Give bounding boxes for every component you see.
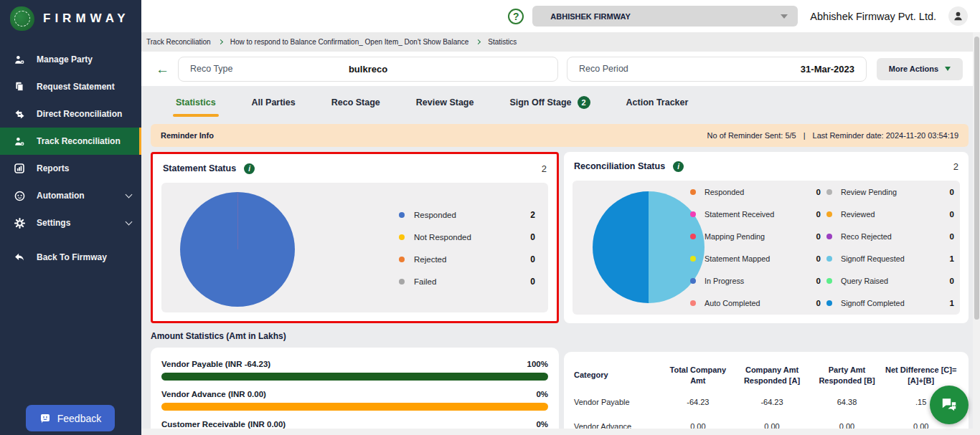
tab-all-parties[interactable]: All Parties: [252, 97, 296, 107]
amount-bar-group: Vendor Payable (INR -64.23)100%: [161, 360, 548, 381]
tab-label: Statistics: [176, 97, 216, 107]
tab-label: Review Stage: [416, 97, 474, 107]
back-arrow-icon: [13, 251, 26, 264]
reconciliation-status-title: Reconciliation Status: [574, 161, 665, 171]
avatar[interactable]: [948, 6, 968, 26]
tab-review-stage[interactable]: Review Stage: [416, 97, 474, 107]
table-cell: 0.00: [811, 422, 884, 429]
legend-item: Signoff Completed1: [826, 292, 954, 315]
tab-action-tracker[interactable]: Action Tracker: [626, 97, 689, 107]
legend-item: Signoff Requested1: [826, 248, 954, 270]
reconciliation-status-card: Reconciliation Status i 2 Responded0 Sta…: [564, 152, 969, 323]
legend-item: Review Pending0: [826, 181, 954, 204]
bar-label: Customer Receivable (INR 0.00): [161, 420, 286, 429]
legend-dot: [690, 256, 696, 262]
sidebar-item-direct-reconciliation[interactable]: Direct Reconciliation: [0, 100, 141, 128]
legend-label: Responded: [705, 188, 744, 196]
legend-value: 2: [530, 210, 535, 220]
bar-percent: 100%: [527, 360, 548, 368]
feedback-button[interactable]: Feedback: [26, 405, 115, 431]
brand-logo: FIRMWAY: [0, 0, 141, 37]
topbar: ? ABHISHEK FIRMWAY Abhishek Firmway Pvt.…: [141, 0, 980, 32]
legend-item: Statement Mapped0: [690, 248, 821, 270]
sidebar-item-request-statement[interactable]: Request Statement: [0, 73, 141, 100]
bar-chart-icon: [13, 162, 26, 175]
legend-value: 0: [530, 232, 535, 242]
legend-value: 0: [816, 188, 821, 196]
reco-type-select[interactable]: Reco Type bulkreco: [178, 57, 558, 82]
company-selector-dropdown[interactable]: ABHISHEK FIRMWAY: [532, 6, 798, 27]
sidebar-item-manage-party[interactable]: Manage Party: [0, 46, 141, 73]
legend-item: Reviewed0: [826, 204, 954, 226]
tab-reco-stage[interactable]: Reco Stage: [331, 97, 380, 107]
breadcrumb-item-statistics[interactable]: Statistics: [488, 38, 517, 46]
reconciliation-total-count: 2: [953, 161, 958, 172]
legend-value: 0: [950, 232, 954, 241]
sidebar-item-settings[interactable]: Settings: [0, 209, 141, 236]
legend-label: Statement Mapped: [705, 254, 770, 263]
legend-value: 0: [816, 210, 821, 219]
scrollbar-thumb[interactable]: [974, 37, 979, 320]
vendor-payable-bar: [161, 373, 548, 381]
statement-status-body: Responded2 Not Responded0 Rejected0 Fail…: [161, 183, 548, 312]
reco-type-label: Reco Type: [190, 64, 233, 74]
legend-dot: [826, 211, 832, 217]
breadcrumb-item-reco-name[interactable]: How to respond to Balance Confirmation_ …: [230, 38, 469, 46]
legend-dot: [690, 278, 696, 284]
legend-value: 0: [816, 254, 821, 263]
legend-dot: [690, 234, 696, 239]
legend-label: Reviewed: [841, 210, 875, 219]
legend-value: 1: [950, 254, 954, 263]
breadcrumb-item-track-reconciliation[interactable]: Track Reconciliation: [146, 38, 211, 46]
amount-bars-card: Vendor Payable (INR -64.23)100% Vendor A…: [151, 348, 559, 429]
sidebar-item-label: Back To Firmway: [37, 252, 107, 262]
reminder-last-date: Last Reminder date: 2024-11-20 03:54:19: [813, 131, 958, 140]
legend-label: Rejected: [414, 255, 446, 264]
sidebar-item-automation[interactable]: Automation: [0, 182, 141, 209]
help-icon[interactable]: ?: [508, 9, 524, 24]
pie-slice-signoff-completed: [593, 191, 649, 303]
legend-value: 0: [950, 210, 954, 219]
legend-label: Responded: [414, 211, 456, 219]
chat-fab-button[interactable]: [930, 386, 969, 424]
column-header: Category: [574, 370, 662, 381]
legend-label: Failed: [414, 277, 436, 286]
swap-arrows-icon: [13, 107, 26, 120]
legend-dot: [399, 212, 405, 218]
table-cell: -64.23: [733, 398, 810, 406]
legend-label: Signoff Completed: [841, 299, 905, 307]
statement-status-header: Statement Status i 2: [153, 154, 557, 183]
back-arrow-button[interactable]: ←: [156, 62, 169, 76]
legend-item: Responded0: [690, 181, 821, 204]
amount-bar-group: Customer Receivable (INR 0.00)0%: [161, 420, 548, 429]
legend-value: 0: [816, 299, 821, 307]
legend-label: Query Raised: [841, 277, 888, 285]
legend-label: Statement Received: [705, 210, 774, 219]
reminder-details: No of Reminder Sent: 5/5 | Last Reminder…: [707, 131, 958, 140]
horizontal-scrollbar[interactable]: [141, 429, 973, 435]
column-header: Net Difference [C]=[A]+[B]: [883, 365, 958, 386]
reco-period-select[interactable]: Reco Period 31-Mar-2023: [567, 57, 867, 82]
sidebar-item-reports[interactable]: Reports: [0, 155, 141, 182]
legend-label: Not Responded: [414, 233, 471, 242]
app-screen: FIRMWAY Manage Party Request Statement D…: [0, 0, 980, 435]
legend-item: Not Responded0: [399, 226, 535, 248]
info-icon[interactable]: i: [244, 163, 255, 174]
bar-percent: 0%: [536, 420, 548, 429]
tab-label: All Parties: [252, 97, 296, 107]
reminder-separator: |: [804, 131, 806, 140]
chevron-right-icon: [218, 39, 223, 44]
status-cards-row: Statement Status i 2 Responded2 Not Resp…: [151, 152, 969, 323]
legend-label: Auto Completed: [705, 299, 760, 307]
tab-statistics[interactable]: Statistics: [176, 97, 216, 107]
legend-label: Reco Rejected: [841, 232, 892, 241]
reminder-sent-count: No of Reminder Sent: 5/5: [707, 131, 796, 140]
sidebar-item-back-to-firmway[interactable]: Back To Firmway: [0, 244, 141, 271]
info-icon[interactable]: i: [673, 161, 684, 172]
statement-status-title: Statement Status: [163, 163, 236, 173]
legend-item: Failed0: [399, 270, 535, 292]
sidebar-nav: Manage Party Request Statement Direct Re…: [0, 46, 141, 271]
tab-sign-off-stage[interactable]: Sign Off Stage 2: [509, 96, 590, 109]
sidebar-item-track-reconciliation[interactable]: Track Reconciliation: [0, 128, 141, 155]
more-actions-button[interactable]: More Actions: [877, 58, 963, 80]
